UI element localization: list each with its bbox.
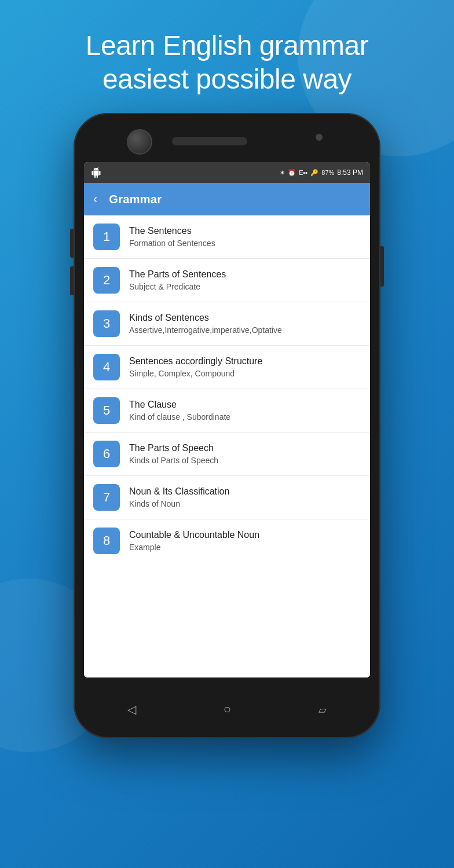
item-text: The SentencesFormation of Sentences (129, 225, 215, 249)
list-item[interactable]: 4Sentences accordingly StructureSimple, … (84, 346, 370, 389)
item-number-badge: 3 (93, 310, 120, 337)
item-subtitle: Kinds of Parts of Speech (129, 455, 218, 466)
item-number-badge: 6 (93, 441, 120, 467)
item-text: The Parts of SpeechKinds of Parts of Spe… (129, 442, 218, 466)
android-icon (91, 167, 101, 178)
item-text: Noun & Its ClassificationKinds of Noun (129, 486, 229, 510)
list-item[interactable]: 1The SentencesFormation of Sentences (84, 215, 370, 259)
app-bar-title: Grammar (109, 193, 162, 206)
item-title: The Parts of Sentences (129, 269, 226, 281)
list-item[interactable]: 2The Parts of SentencesSubject & Predica… (84, 259, 370, 302)
list-item[interactable]: 5The ClauseKind of clause , Subordinate (84, 389, 370, 433)
item-title: Countable & Uncountable Noun (129, 529, 259, 541)
item-text: Sentences accordingly StructureSimple, C… (129, 356, 262, 379)
hero-line2: easiest possible way (102, 64, 352, 94)
list-item[interactable]: 6The Parts of SpeechKinds of Parts of Sp… (84, 433, 370, 476)
earpiece-speaker (172, 137, 247, 145)
list-item[interactable]: 7Noun & Its ClassificationKinds of Noun (84, 476, 370, 519)
recents-nav-button[interactable] (318, 703, 327, 716)
item-subtitle: Simple, Complex, Compound (129, 368, 262, 379)
item-subtitle: Subject & Predicate (129, 281, 226, 292)
phone-screen: ✶ ⏰ E▪▪ 🔑 87% 8:53 PM ‹ Grammar 1The Sen… (84, 162, 370, 677)
alarm-icon: ⏰ (288, 169, 296, 177)
volume-down-button (70, 266, 74, 295)
navigation-bar (84, 692, 370, 727)
status-right: ✶ ⏰ E▪▪ 🔑 87% 8:53 PM (280, 169, 363, 177)
item-text: Countable & Uncountable NounExample (129, 529, 259, 553)
status-left (91, 167, 101, 178)
item-number-badge: 8 (93, 528, 120, 554)
item-subtitle: Kinds of Noun (129, 499, 229, 509)
list-item[interactable]: 3Kinds of SentencesAssertive,Interrogati… (84, 302, 370, 346)
grammar-list: 1The SentencesFormation of Sentences2The… (84, 215, 370, 677)
notification-light (316, 134, 323, 141)
status-bar: ✶ ⏰ E▪▪ 🔑 87% 8:53 PM (84, 162, 370, 183)
item-text: The Parts of SentencesSubject & Predicat… (129, 269, 226, 292)
item-number-badge: 4 (93, 354, 120, 380)
item-title: Noun & Its Classification (129, 486, 229, 498)
back-nav-button[interactable] (127, 702, 136, 716)
item-text: The ClauseKind of clause , Subordinate (129, 399, 230, 423)
item-title: The Parts of Speech (129, 442, 218, 455)
item-subtitle: Assertive,Interrogative,imperative,Optat… (129, 325, 282, 335)
item-subtitle: Example (129, 542, 259, 552)
hero-section: Learn English grammar easiest possible w… (63, 29, 391, 96)
item-number-badge: 1 (93, 224, 120, 250)
item-title: Sentences accordingly Structure (129, 356, 262, 368)
item-text: Kinds of SentencesAssertive,Interrogativ… (129, 312, 282, 336)
power-button (380, 246, 384, 287)
item-subtitle: Kind of clause , Subordinate (129, 412, 230, 422)
battery-percent: 87% (321, 169, 334, 176)
signal-icon: E▪▪ (299, 169, 307, 176)
volume-up-button (70, 229, 74, 258)
item-number-badge: 7 (93, 484, 120, 511)
front-camera (127, 129, 152, 155)
hero-line1: Learn English grammar (86, 30, 368, 61)
app-bar: ‹ Grammar (84, 183, 370, 215)
back-button[interactable]: ‹ (93, 192, 97, 207)
item-title: The Sentences (129, 225, 215, 237)
list-item[interactable]: 8Countable & Uncountable NounExample (84, 519, 370, 562)
phone-mockup: ✶ ⏰ E▪▪ 🔑 87% 8:53 PM ‹ Grammar 1The Sen… (74, 113, 380, 738)
item-number-badge: 5 (93, 397, 120, 424)
item-title: The Clause (129, 399, 230, 411)
bluetooth-icon: ✶ (280, 169, 285, 177)
status-time: 8:53 PM (337, 169, 363, 177)
item-number-badge: 2 (93, 267, 120, 294)
item-title: Kinds of Sentences (129, 312, 282, 324)
lock-icon: 🔑 (310, 169, 318, 177)
item-subtitle: Formation of Sentences (129, 238, 215, 248)
home-nav-button[interactable] (224, 702, 231, 717)
